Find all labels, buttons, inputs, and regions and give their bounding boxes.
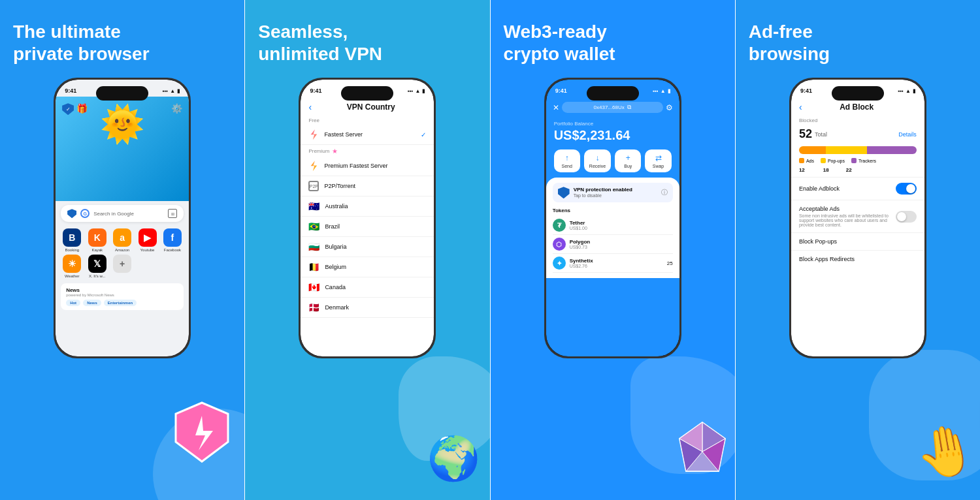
vpn-item-bulgaria[interactable]: 🇧🇬 Bulgaria [301, 237, 434, 257]
bolt-icon-premium [308, 161, 319, 171]
vpn-item-australia[interactable]: 🇦🇺 Australia [301, 196, 434, 217]
news-title: News [66, 287, 178, 293]
panel-ad-free: Ad-free browsing 9:41 ▪▪▪ ▲ ▮ ‹ Ad Block… [736, 0, 980, 500]
time-2: 9:41 [310, 87, 321, 94]
app-youtube[interactable]: ▶ Youtube [136, 228, 158, 252]
receive-button[interactable]: ↓ Receive [584, 149, 611, 172]
acceptable-ads-toggle[interactable] [896, 211, 917, 223]
flag-belgium: 🇧🇪 [308, 262, 319, 272]
time-3: 9:41 [555, 87, 567, 94]
phone-1: 9:41 ▪▪▪ ▲ ▮ 🌞 ✓ 🎁 ⚙️ [54, 78, 191, 358]
vpn-canada-label: Canada [325, 284, 426, 290]
premium-text: Premium [308, 148, 329, 154]
info-icon[interactable]: ⓘ [661, 188, 668, 197]
token-polygon: ⬡ Polygon US$0.73 [553, 235, 673, 254]
battery-icon-3: ▮ [668, 88, 670, 94]
phone-4-screen: 9:41 ▪▪▪ ▲ ▮ ‹ Ad Block Blocked 52 Total… [791, 80, 924, 356]
vpn-item-brazil[interactable]: 🇧🇷 Brazil [301, 217, 434, 237]
hand-sticker: 🤚 [911, 418, 980, 486]
vpn-item-canada[interactable]: 🇨🇦 Canada [301, 277, 434, 298]
panel-private-browser: The ultimate private browser 9:41 ▪▪▪ ▲ … [0, 0, 244, 500]
bar-legend: Ads Pop-ups Trackers [791, 158, 924, 167]
copy-icon[interactable]: ⧉ [627, 104, 631, 111]
receive-label: Receive [589, 164, 606, 168]
news-tag-hot[interactable]: Hot [66, 300, 80, 306]
wallet-address-bar: 0x437...68Ux ⧉ [562, 102, 663, 113]
vpn-item-denmark[interactable]: 🇩🇰 Denmark [301, 298, 434, 318]
wallet-settings-icon[interactable]: ⚙ [666, 103, 673, 112]
toggle-thumb-adblock [906, 184, 915, 193]
send-icon: ↑ [565, 153, 569, 163]
toggle-thumb-acceptable [897, 212, 906, 221]
synthetix-info: Synthetix US$2.76 [570, 258, 663, 268]
time-4: 9:41 [800, 87, 812, 94]
app-amazon[interactable]: a Amazon [111, 228, 133, 252]
vpn-protection-text: VPN protection enabled Tap to disable [574, 187, 632, 198]
send-button[interactable]: ↑ Send [554, 149, 580, 172]
vpn-protection-title: VPN protection enabled [574, 187, 632, 193]
buy-label: Buy [624, 164, 632, 168]
search-bar[interactable]: G Search in Google ⊞ [61, 205, 184, 222]
app-x[interactable]: 𝕏 X. It's w... [86, 255, 108, 278]
news-section: News powered by Microsoft News Hot News … [61, 283, 184, 310]
globe-sticker: 🌍 [425, 432, 482, 486]
vpn-screen-title: VPN Country [316, 102, 426, 112]
star-icon: ★ [332, 148, 338, 155]
details-link[interactable]: Details [898, 131, 917, 138]
legend-ads-label: Ads [806, 159, 814, 163]
wallet-actions: ↑ Send ↓ Receive + Buy ⇄ Swap [546, 149, 679, 178]
portfolio-label: Portfolio Balance [546, 116, 679, 128]
app-facebook[interactable]: f Facebook [161, 228, 184, 252]
swap-button[interactable]: ⇄ Swap [645, 149, 671, 172]
vpn-belgium-label: Belgium [325, 264, 426, 270]
shield-blue-icon [558, 187, 570, 198]
panel-1-title: The ultimate private browser [13, 21, 231, 65]
back-button-adblock[interactable]: ‹ [799, 102, 802, 112]
wallet-address-text: 0x437...68Ux [594, 104, 625, 110]
vpn-brazil-label: Brazil [325, 223, 426, 230]
phone-notch-3 [587, 86, 639, 101]
tether-name: Tether [570, 220, 673, 226]
token-tether: ₮ Tether US$1.00 [553, 216, 673, 235]
signal-icon-2: ▪▪▪ [408, 88, 414, 94]
enable-adblock-toggle[interactable] [896, 183, 917, 195]
synthetix-name: Synthetix [570, 258, 663, 264]
wifi-icon-3: ▲ [661, 88, 666, 94]
vpn-item-p2p[interactable]: P2P P2P/Torrent [301, 176, 434, 196]
back-button-vpn[interactable]: ‹ [308, 102, 312, 112]
news-tag-news[interactable]: News [83, 300, 101, 306]
acceptable-ads-text: Acceptable Ads Some non intrusive ads wi… [799, 206, 896, 227]
bar-values: 12 18 22 [791, 167, 924, 177]
phone-4: 9:41 ▪▪▪ ▲ ▮ ‹ Ad Block Blocked 52 Total… [789, 78, 926, 358]
block-popups-label: Block Pop-ups [799, 238, 917, 245]
vpn-item-fastest[interactable]: Fastest Server ✓ [301, 125, 434, 145]
vpn-fastest-label: Fastest Server [324, 131, 416, 138]
qr-icon[interactable]: ⊞ [168, 209, 177, 218]
p2p-icon: P2P [308, 181, 319, 191]
news-subtitle: powered by Microsoft News [66, 293, 178, 297]
battery-icon-4: ▮ [913, 88, 915, 94]
phone-3: 9:41 ▪▪▪ ▲ ▮ ✕ 0x437...68Ux ⧉ ⚙ Portfoli… [544, 78, 681, 358]
close-wallet-btn[interactable]: ✕ [553, 103, 559, 112]
popups-count: 18 [823, 167, 829, 173]
legend-popups-label: Pop-ups [828, 159, 845, 163]
vpn-item-belgium[interactable]: 🇧🇪 Belgium [301, 257, 434, 277]
trackers-value: 22 [846, 167, 852, 173]
google-logo: G [80, 209, 90, 218]
app-kayak[interactable]: K Kayak [86, 228, 108, 252]
news-tag-entertainment[interactable]: Entertainmen [104, 300, 137, 306]
wallet-white-section: VPN protection enabled Tap to disable ⓘ … [546, 178, 679, 278]
hero-emoji: 🌞 [100, 103, 145, 146]
app-weather[interactable]: ☀ Weather [61, 255, 83, 278]
status-icons-1: ▪▪▪ ▲ ▮ [163, 88, 180, 94]
app-add[interactable]: + [111, 255, 133, 278]
buy-button[interactable]: + Buy [615, 149, 641, 172]
polygon-info: Polygon US$0.73 [570, 239, 673, 249]
vpn-item-premium-fastest[interactable]: Premium Fastest Server [301, 156, 434, 176]
vpn-selected-check: ✓ [421, 131, 426, 138]
tether-price: US$1.00 [570, 226, 673, 230]
signal-icon: ▪▪▪ [163, 88, 169, 94]
phone-3-screen: 9:41 ▪▪▪ ▲ ▮ ✕ 0x437...68Ux ⧉ ⚙ Portfoli… [546, 80, 679, 356]
app-booking[interactable]: B Booking [61, 228, 83, 252]
bar-popups [826, 146, 867, 154]
